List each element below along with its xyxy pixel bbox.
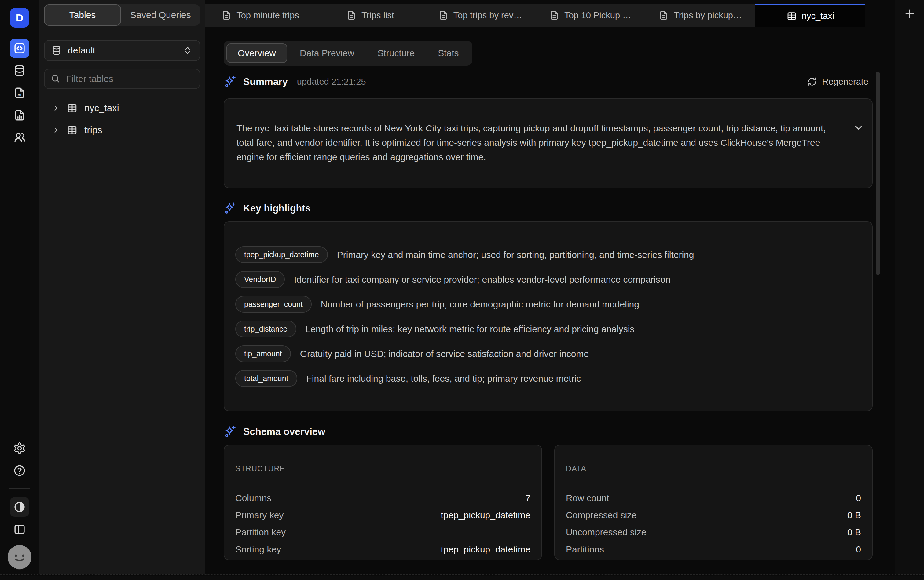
- highlight-row: passenger_count Number of passengers per…: [235, 296, 861, 313]
- user-avatar[interactable]: [5, 543, 34, 572]
- key-highlights-header: Key highlights: [224, 200, 873, 216]
- structure-row-primary-key: Primary key tpep_pickup_datetime: [235, 507, 530, 524]
- structure-row-columns: Columns 7: [235, 489, 530, 507]
- search-icon: [51, 74, 61, 84]
- view-tab-switcher: Overview Data Preview Structure Stats: [224, 41, 473, 66]
- card-divider: [566, 486, 861, 486]
- row-label: Partitions: [566, 544, 604, 555]
- row-label: Compressed size: [566, 510, 637, 521]
- users-button[interactable]: [10, 128, 29, 147]
- highlight-row: tpep_pickup_datetime Primary key and mai…: [235, 246, 861, 263]
- table-icon: [787, 11, 797, 21]
- view-tab-structure[interactable]: Structure: [367, 43, 425, 63]
- main-area: Top minute trips Trips list Top trips by…: [205, 0, 924, 575]
- view-tab-data-preview[interactable]: Data Preview: [289, 43, 365, 63]
- tree-item-trips[interactable]: trips: [52, 123, 200, 137]
- field-badge[interactable]: total_amount: [235, 370, 297, 387]
- theme-toggle-button[interactable]: [10, 497, 29, 517]
- field-description: Final fare including base, tolls, fees, …: [306, 373, 581, 384]
- app-window: D Tables Saved Queries default: [0, 0, 924, 580]
- row-value: 0: [856, 493, 861, 503]
- ai-document-icon: [13, 86, 26, 99]
- card-divider: [235, 486, 530, 486]
- tab-tables[interactable]: Tables: [44, 4, 121, 26]
- database-selector[interactable]: default: [44, 40, 200, 61]
- view-tab-overview[interactable]: Overview: [226, 43, 287, 63]
- highlight-row: VendorID Identifier for taxi company or …: [235, 271, 861, 288]
- row-value: 7: [525, 493, 530, 503]
- field-badge[interactable]: passenger_count: [235, 296, 312, 313]
- summary-header: Summary updated 21:21:25 Regenerate: [224, 73, 873, 90]
- row-label: Row count: [566, 493, 609, 503]
- field-badge[interactable]: tpep_pickup_datetime: [235, 246, 328, 263]
- chevron-right-icon[interactable]: [52, 126, 60, 134]
- key-highlights-card: tpep_pickup_datetime Primary key and mai…: [224, 221, 873, 411]
- tab-trips-by-pickup[interactable]: Trips by pickup…: [645, 4, 755, 27]
- main-window: D Tables Saved Queries default: [0, 0, 924, 575]
- users-icon: [13, 131, 26, 144]
- app-logo[interactable]: D: [10, 8, 29, 28]
- highlight-row: trip_distance Length of trip in miles; k…: [235, 321, 861, 337]
- schema-overview-header: Schema overview: [224, 423, 873, 440]
- field-description: Primary key and main time anchor; used f…: [337, 250, 694, 260]
- refresh-icon: [807, 77, 817, 86]
- chevron-down-icon[interactable]: [853, 122, 864, 133]
- right-edge-strip: [895, 0, 924, 575]
- summary-title: Summary: [243, 76, 288, 87]
- help-button[interactable]: [10, 461, 29, 480]
- tab-top-10-pickup[interactable]: Top 10 Pickup …: [535, 4, 645, 27]
- reports-button[interactable]: [10, 105, 29, 125]
- tab-label: Trips list: [361, 10, 394, 20]
- regenerate-label: Regenerate: [822, 77, 868, 87]
- tab-label: Top 10 Pickup …: [564, 10, 631, 20]
- panel-toggle-button[interactable]: [10, 519, 29, 539]
- tab-trips-list[interactable]: Trips list: [315, 4, 425, 27]
- window-bottom-edge: [0, 576, 924, 580]
- help-icon: [13, 464, 26, 477]
- field-badge[interactable]: trip_distance: [235, 321, 296, 337]
- tab-saved-queries[interactable]: Saved Queries: [121, 4, 200, 26]
- filter-tables-input[interactable]: [65, 73, 193, 84]
- theme-toggle-icon: [13, 501, 26, 513]
- tables-tree: nyc_taxi trips: [44, 101, 200, 137]
- new-tab-button[interactable]: [901, 5, 918, 22]
- ai-sparkle-icon: [224, 425, 237, 438]
- chevron-right-icon[interactable]: [52, 104, 60, 112]
- code-icon: [13, 42, 26, 55]
- view-tab-stats[interactable]: Stats: [427, 43, 469, 63]
- tab-top-minute-trips[interactable]: Top minute trips: [205, 4, 315, 27]
- row-value: tpep_pickup_datetime: [441, 544, 530, 555]
- tree-item-nyc-taxi[interactable]: nyc_taxi: [52, 101, 200, 115]
- tab-top-trips-by-revenue[interactable]: Top trips by rev…: [425, 4, 535, 27]
- database-icon: [51, 45, 62, 56]
- summary-text: The nyc_taxi table stores records of New…: [237, 121, 838, 164]
- schema-cards-row: STRUCTURE Columns 7 Primary key tpep_pic…: [224, 445, 873, 560]
- data-row-compressed-size: Compressed size 0 B: [566, 507, 861, 524]
- field-description: Length of trip in miles; key network met…: [306, 324, 635, 334]
- left-icon-rail: D: [0, 0, 39, 575]
- field-badge[interactable]: VendorID: [235, 271, 285, 288]
- vertical-scrollbar[interactable]: [876, 72, 880, 275]
- databases-button[interactable]: [10, 61, 29, 81]
- app-logo-letter: D: [16, 12, 23, 24]
- database-selector-value: default: [68, 45, 96, 56]
- data-card-title: DATA: [566, 464, 861, 473]
- tab-nyc-taxi[interactable]: nyc_taxi: [755, 4, 865, 27]
- row-value: —: [521, 527, 530, 537]
- field-description: Number of passengers per trip; core demo…: [321, 299, 639, 310]
- data-card: DATA Row count 0 Compressed size 0 B Unc…: [554, 445, 873, 560]
- ai-sparkle-icon: [224, 75, 237, 88]
- field-badge[interactable]: tip_amount: [235, 345, 291, 362]
- sidebar: Tables Saved Queries default nyc_taxi: [39, 0, 205, 575]
- ai-sparkle-icon: [224, 202, 237, 214]
- document-icon: [549, 10, 560, 20]
- gear-icon: [13, 442, 26, 455]
- ai-documents-button[interactable]: [10, 83, 29, 103]
- tree-item-label: nyc_taxi: [84, 103, 119, 114]
- filter-tables-field: [44, 69, 200, 89]
- row-label: Partition key: [235, 527, 286, 537]
- sql-console-button[interactable]: [10, 38, 29, 58]
- settings-button[interactable]: [10, 438, 29, 458]
- tab-label: Top trips by rev…: [453, 10, 522, 20]
- regenerate-button[interactable]: Regenerate: [807, 77, 868, 87]
